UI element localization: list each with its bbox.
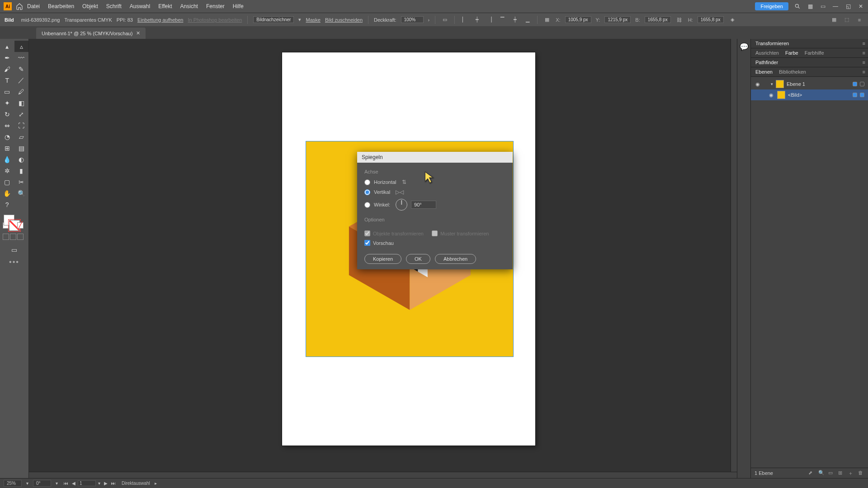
- layers-panel-header[interactable]: Ebenen Bibliotheken ≡: [751, 67, 868, 77]
- mesh-tool[interactable]: ⊞: [0, 142, 14, 154]
- align-right-icon[interactable]: ▕: [486, 16, 494, 24]
- ok-button[interactable]: OK: [406, 254, 430, 264]
- panel-tab-transform[interactable]: Transformieren: [755, 41, 789, 46]
- panel-tab-color[interactable]: Farbe: [785, 50, 798, 56]
- vertical-scrollbar[interactable]: [731, 39, 737, 472]
- menu-file[interactable]: Datei: [27, 3, 40, 9]
- panel-tab-colorguide[interactable]: Farbhilfe: [805, 50, 824, 56]
- horizontal-scrollbar[interactable]: [29, 472, 737, 478]
- panel-menu-icon[interactable]: ≡: [863, 60, 865, 65]
- scale-tool[interactable]: ⤢: [14, 108, 29, 120]
- menu-view[interactable]: Ansicht: [180, 3, 198, 9]
- menu-window[interactable]: Fenster: [206, 3, 225, 9]
- visibility-toggle-icon[interactable]: ◉: [755, 81, 761, 87]
- delete-layer-icon[interactable]: 🗑: [858, 470, 864, 476]
- pen-tool[interactable]: ✒: [0, 52, 14, 63]
- comments-icon[interactable]: 💬: [740, 42, 748, 51]
- panel-tab-libraries[interactable]: Bibliotheken: [779, 69, 806, 75]
- cancel-button[interactable]: Abbrechen: [435, 254, 476, 264]
- isolate-icon[interactable]: ⬚: [843, 16, 851, 24]
- new-sublayer-icon[interactable]: ⊞: [838, 470, 844, 476]
- make-clipping-icon[interactable]: ▭: [828, 470, 835, 476]
- unembed-link[interactable]: Einbettung aufheben: [137, 17, 184, 23]
- align-color-panel-header[interactable]: Ausrichten Farbe Farbhilfe ≡: [751, 48, 868, 58]
- new-layer-icon[interactable]: ＋: [848, 470, 854, 476]
- rectangle-tool[interactable]: ▭: [0, 86, 14, 97]
- direct-selection-tool[interactable]: ▵: [14, 41, 29, 52]
- opacity-field[interactable]: 100%: [401, 16, 424, 23]
- shear-icon[interactable]: ◈: [728, 16, 736, 24]
- window-restore-icon[interactable]: ◱: [844, 4, 852, 9]
- search-icon[interactable]: [794, 4, 801, 9]
- target-icon[interactable]: [853, 82, 857, 86]
- type-tool[interactable]: T: [0, 75, 14, 86]
- workspace-icon[interactable]: ▦: [807, 4, 814, 9]
- layer-name[interactable]: <Bild>: [788, 92, 850, 98]
- slice-tool[interactable]: ✂: [14, 176, 29, 188]
- align-left-icon[interactable]: ▏: [460, 16, 468, 24]
- image-trace-dropdown[interactable]: Bildnachzeichner: [253, 16, 294, 23]
- menu-edit[interactable]: Bearbeiten: [48, 3, 74, 9]
- fill-stroke-swatches[interactable]: [0, 213, 28, 235]
- layer-name[interactable]: Ebene 1: [787, 81, 850, 87]
- zoom-field[interactable]: 25%: [4, 480, 22, 487]
- layer-row[interactable]: ◉ ▾ Ebene 1: [751, 79, 868, 89]
- y-field[interactable]: 1215,9 px: [604, 16, 631, 23]
- panel-tab-layers[interactable]: Ebenen: [755, 69, 773, 75]
- hand-tool[interactable]: ✋: [0, 188, 14, 199]
- eraser-tool[interactable]: ◧: [14, 97, 29, 108]
- align-vcenter-icon[interactable]: ┿: [511, 16, 519, 24]
- select-indicator[interactable]: [860, 82, 864, 86]
- artboard-number-field[interactable]: 1: [78, 480, 96, 486]
- zoom-tool[interactable]: 🔍: [14, 188, 29, 199]
- gpu-preview-icon[interactable]: ▦: [830, 16, 838, 24]
- graph-tool[interactable]: ▮: [14, 165, 29, 176]
- share-button[interactable]: Freigeben: [755, 2, 788, 10]
- selection-tool[interactable]: ▴: [0, 41, 14, 52]
- artboard-tool[interactable]: ▢: [0, 176, 14, 188]
- window-minimize-icon[interactable]: —: [832, 4, 839, 9]
- angle-field[interactable]: [411, 201, 436, 209]
- axis-angle-radio[interactable]: [364, 202, 370, 208]
- x-field[interactable]: 1005,9 px: [565, 16, 591, 23]
- panel-menu-icon[interactable]: ≡: [855, 16, 863, 24]
- crop-image-button[interactable]: Bild zuschneiden: [325, 17, 363, 23]
- mask-button[interactable]: Maske: [306, 17, 320, 23]
- layer-row[interactable]: ◉ <Bild>: [751, 89, 868, 100]
- panel-menu-icon[interactable]: ≡: [863, 50, 865, 56]
- reference-point-icon[interactable]: ▦: [543, 16, 551, 24]
- select-indicator[interactable]: [860, 93, 864, 97]
- expand-caret-icon[interactable]: ▾: [771, 82, 773, 86]
- locate-layer-icon[interactable]: ⬈: [808, 470, 815, 476]
- menu-type[interactable]: Schrift: [106, 3, 122, 9]
- link-wh-icon[interactable]: ⛓: [675, 16, 684, 24]
- axis-vertical-radio[interactable]: [364, 189, 370, 195]
- angle-dial[interactable]: [396, 199, 407, 211]
- rotate-field[interactable]: 0°: [33, 480, 51, 487]
- paintbrush-tool[interactable]: 🖊: [14, 86, 29, 97]
- screen-mode-tool[interactable]: ▭: [0, 244, 28, 255]
- menu-select[interactable]: Auswahl: [130, 3, 150, 9]
- w-field[interactable]: 1655,8 px: [645, 16, 671, 23]
- gradient-tool[interactable]: ▤: [14, 142, 29, 154]
- find-layer-icon[interactable]: 🔍: [818, 470, 825, 476]
- axis-horizontal-radio[interactable]: [364, 179, 370, 185]
- shape-builder-tool[interactable]: ◔: [0, 131, 14, 142]
- blend-tool[interactable]: ◐: [14, 154, 29, 165]
- line-tool[interactable]: ／: [14, 75, 29, 86]
- eyedropper-tool[interactable]: 💧: [0, 154, 14, 165]
- toggle-fill-stroke-tool[interactable]: ?: [0, 199, 14, 210]
- transform-panel-header[interactable]: Transformieren ≡: [751, 39, 868, 48]
- width-tool[interactable]: ⇔: [0, 120, 14, 131]
- rotate-tool[interactable]: ↻: [0, 108, 14, 120]
- dialog-title[interactable]: Spiegeln: [357, 152, 513, 163]
- align-hcenter-icon[interactable]: ┿: [473, 16, 481, 24]
- free-transform-tool[interactable]: ⛶: [14, 120, 29, 131]
- edit-toolbar-icon[interactable]: •••: [0, 255, 28, 267]
- panel-tab-align[interactable]: Ausrichten: [755, 50, 779, 56]
- arrange-icon[interactable]: ▭: [819, 4, 826, 9]
- menu-object[interactable]: Objekt: [82, 3, 98, 9]
- perspective-tool[interactable]: ▱: [14, 131, 29, 142]
- menu-effect[interactable]: Effekt: [158, 3, 172, 9]
- panel-tab-pathfinder[interactable]: Pathfinder: [755, 60, 778, 65]
